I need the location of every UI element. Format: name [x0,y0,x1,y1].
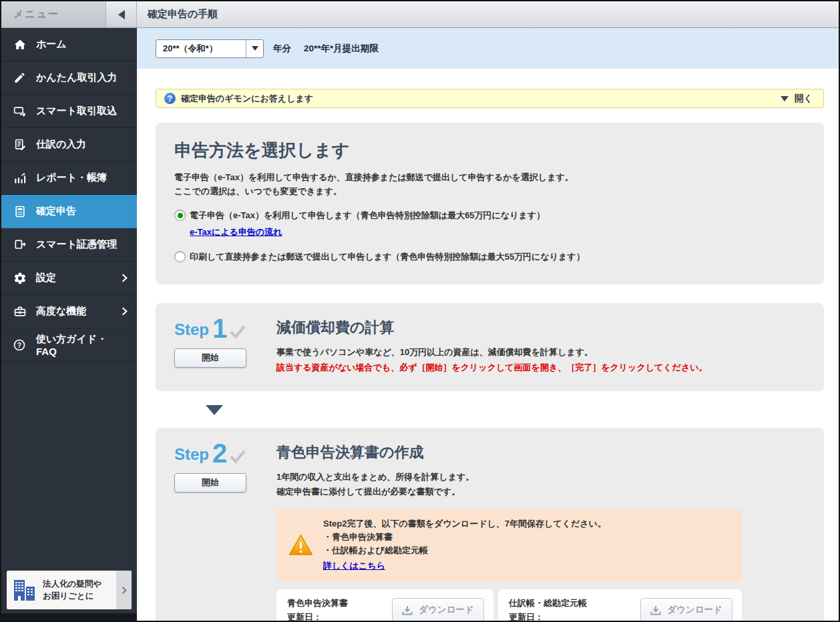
sidebar-item-settings[interactable]: 設定 [1,262,137,295]
step1-description: 事業で使うパソコンや車など、10万円以上の資産は、減価償却費を計算します。 [276,345,805,360]
checkmark-icon [229,324,246,339]
sidebar-item-label: 確定申告 [36,205,76,218]
faq-bar-text: 確定申告のギモンにお答えします [181,93,313,105]
step2-description: 1年間の収入と支出をまとめ、所得を計算します。 確定申告書に添付して提出が必要な… [276,470,805,499]
radio-unselected-icon [174,251,186,262]
method-selection-panel: 申告方法を選択します 電子申告（e-Tax）を利用して申告するか、直接持参または… [156,123,824,284]
toolbox-icon [11,305,28,318]
help-icon: ? [11,338,28,352]
sidebar-item-reports[interactable]: レポート・帳簿 [1,162,137,195]
download-card-info: 青色申告決算書 更新日： [287,596,392,621]
sidebar-item-evidence-management[interactable]: スマート証憑管理 [1,228,137,262]
menu-header-label: メニュー [1,8,106,21]
report-icon [11,172,28,185]
step2-start-button[interactable]: 開始 [174,473,246,493]
caret-down-icon [781,96,789,101]
radio-print[interactable]: 印刷して直接持参または郵送で提出して申告します（青色申告特別控除額は最大55万円… [174,251,805,263]
download-button[interactable]: ダウンロード [640,598,732,621]
checkmark-icon [229,449,246,464]
sidebar-item-label: ホーム [36,38,67,51]
step2-label-column: Step 2 開始 [174,442,276,621]
method-panel-description: 電子申告（e-Tax）を利用して申告するか、直接持参または郵送で提出して申告する… [174,170,805,199]
step1-panel: Step 1 開始 減価償却費の計算 事業で使うパソコンや車など、10万円以上の… [156,303,824,391]
sidebar-header: メニュー [1,1,137,27]
sidebar-item-journal-entry[interactable]: 仕訳の入力 [1,128,137,162]
sidebar-item-guide-faq[interactable]: ? 使い方ガイド・FAQ [1,328,137,362]
sidebar-item-label: 高度な機能 [36,305,86,318]
faq-bar: ? 確定申告のギモンにお答えします 開く [156,89,824,108]
download-card-ledger: 仕訳帳・総勘定元帳 更新日： ダウンロード [498,589,742,621]
step2-title: 青色申告決算書の作成 [276,442,805,462]
import-icon [11,105,28,118]
chevron-right-icon [122,306,128,316]
journal-icon [11,138,28,151]
main-content: 20**（令和*） 年分20**年*月提出期限 ? 確定申告のギモンにお答えしま… [137,28,839,621]
step2-panel: Step 2 開始 青色申告決算書の作成 1年間の収入と支出をまとめ、所得を計算… [156,428,824,621]
sidebar-item-easy-entry[interactable]: かんたん取引入力 [1,61,137,95]
sidebar-item-home[interactable]: ホーム [1,28,137,61]
download-button[interactable]: ダウンロード [392,598,484,621]
sidebar-item-label: 設定 [36,272,56,284]
step1-warning-text: 該当する資産がない場合でも、必ず［開始］をクリックして画面を開き、［完了］をクリ… [276,362,805,374]
download-card-info: 仕訳帳・総勘定元帳 更新日： [509,596,640,621]
download-card-financial-statement: 青色申告決算書 更新日： ダウンロード [276,589,493,621]
year-selection-band: 20**（令和*） 年分20**年*月提出期限 [137,28,839,69]
sidebar-item-label: 仕訳の入力 [36,138,86,151]
download-row: 青色申告決算書 更新日： ダウンロード 仕訳帳・総勘定元帳 [276,589,742,621]
download-icon [402,605,413,615]
sidebar-item-label: スマート取引取込 [36,105,117,117]
app-window: メニュー 確定申告の手順 ホーム かんたん取引入力 [1,1,839,621]
flow-arrow-down-icon [206,405,223,415]
page-title-bar: 確定申告の手順 [137,1,839,27]
sidebar-item-tax-return[interactable]: 確定申告 [1,195,137,228]
year-deadline-label: 年分20**年*月提出期限 [273,43,379,55]
year-select-value: 20**（令和*） [156,40,246,57]
question-icon: ? [164,93,176,104]
etax-flow-link[interactable]: e-Taxによる申告の流れ [190,226,282,238]
sidebar-item-label: かんたん取引入力 [36,71,117,84]
banner-chevron [116,571,132,609]
step1-title: 減価償却費の計算 [276,318,805,338]
dropdown-arrow-icon [246,40,263,57]
step1-label-column: Step 1 開始 [174,318,276,374]
step1-start-button[interactable]: 開始 [174,348,246,368]
procedure-area: ? 確定申告のギモンにお答えします 開く 申告方法を選択します 電子申告（e-T… [137,69,839,621]
year-select[interactable]: 20**（令和*） [156,39,264,58]
retention-notice-text: Step2完了後、以下の書類をダウンロードし、7年間保存してください。 ・青色申… [323,517,606,573]
home-icon [11,38,28,51]
title-bar: メニュー 確定申告の手順 [1,1,839,28]
radio-etax[interactable]: 電子申告（e-Tax）を利用して申告します（青色申告特別控除額は最大65万円にな… [174,210,805,222]
details-link[interactable]: 詳しくはこちら [323,559,385,573]
building-icon [13,578,38,602]
page-title: 確定申告の手順 [148,8,218,21]
step2-label: Step 2 [174,442,276,464]
gear-icon [11,272,28,285]
sidebar-item-label: 使い方ガイド・FAQ [36,333,128,357]
download-icon [650,605,661,615]
sidebar-item-advanced-features[interactable]: 高度な機能 [1,295,137,328]
chevron-right-icon [122,273,128,283]
tax-return-icon [11,205,28,218]
sidebar-nav: ホーム かんたん取引入力 スマート取引取込 仕訳の入力 [1,28,137,621]
evidence-icon [11,238,28,252]
collapse-left-icon [118,10,125,19]
warning-icon [288,534,313,556]
retention-notice: Step2完了後、以下の書類をダウンロードし、7年間保存してください。 ・青色申… [276,509,742,581]
radio-selected-icon [174,210,186,221]
sidebar-collapse-button[interactable] [106,1,136,27]
sidebar-item-label: レポート・帳簿 [36,172,107,184]
banner-text: 法人化の疑問や お困りごとに [43,578,116,602]
step1-label: Step 1 [174,318,276,340]
method-panel-title: 申告方法を選択します [174,139,805,162]
incorporation-banner[interactable]: 法人化の疑問や お困りごとに [7,571,132,609]
sidebar-item-smart-import[interactable]: スマート取引取込 [1,95,137,128]
pencil-icon [11,71,28,84]
faq-open-toggle[interactable]: 開く [781,93,815,105]
sidebar-item-label: スマート証憑管理 [36,238,117,251]
svg-text:?: ? [17,341,21,348]
